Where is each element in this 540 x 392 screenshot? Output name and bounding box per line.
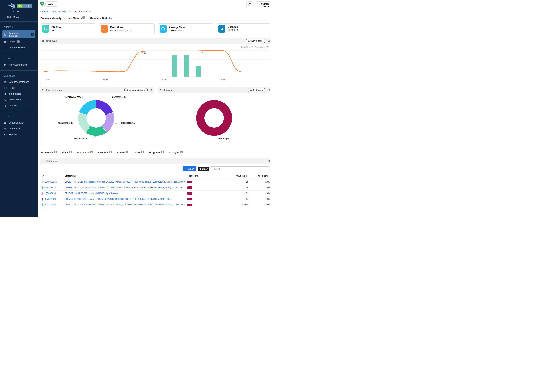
table-row[interactable]: 287474436 UPSERT INTO vehicle_location_h…: [42, 202, 270, 208]
tab-programs[interactable]: Programs2: [149, 150, 164, 155]
card-value: ⓘ 20 0: [228, 29, 238, 32]
change-annotation-1[interactable]: ⇄ 18: [142, 52, 146, 54]
column-header-statement[interactable]: Statement: [65, 175, 187, 177]
table-row[interactable]: 887898099 CREATE STATISTICS __auto__ FRO…: [42, 196, 270, 202]
plan-label: Starter: [13, 10, 36, 13]
column-header-wait-time[interactable]: Wait Time↑: [214, 175, 248, 177]
tab-database-statistics[interactable]: Database Statistics: [90, 15, 114, 21]
statements-donut[interactable]: [78, 100, 114, 136]
executions-bar[interactable]: [196, 66, 201, 77]
statement-id-link[interactable]: 887898099: [45, 198, 56, 200]
section-title: ANALYSIS: [2, 24, 36, 30]
tab-sessions[interactable]: Sessions2: [98, 150, 112, 155]
pie-chart-icon: [160, 89, 162, 91]
wait-time-value: 1s: [214, 181, 248, 183]
change-annotation-2[interactable]: ⇄ 2: [200, 51, 203, 54]
sidebar-item-database-instances-settings[interactable]: Database Instances: [2, 79, 35, 85]
statement-id-link[interactable]: 1845898166: [45, 181, 57, 183]
statement-text-link[interactable]: UPSERT INTO vehicle_location_histories V…: [65, 186, 183, 189]
app-root: DBmarlin Starter « Hide Menu ANALYSIS Da…: [0, 0, 270, 217]
table-row[interactable]: 139638413 SELECT city, id FROM vehicles …: [42, 191, 270, 196]
health-shield-icon: [40, 2, 44, 6]
sidebar-item-database-instances[interactable]: Database Instances 1: [2, 30, 35, 39]
activity-line-chart: Peak Time: 2s, Executions: 837 ⇄ 18 ⇄ 2: [42, 45, 270, 83]
export-button[interactable]: Export: [183, 166, 196, 171]
tab-database-activity[interactable]: Database Activity: [40, 15, 62, 21]
undo-icon: ↺: [200, 168, 201, 170]
time-range-button[interactable]: Custom 13th Jan: [255, 1, 270, 9]
time-spent-header: Time spent Activity Chart ▼ ⊖: [40, 38, 270, 44]
tab-clients[interactable]: Clients2: [117, 150, 129, 155]
card-value: 6,320 ↗ 2,830 (123%): [110, 29, 132, 32]
collapse-panel-icon[interactable]: ⊖: [267, 159, 270, 163]
tab-databases[interactable]: Databases1: [77, 150, 93, 155]
waits-chart-dropdown[interactable]: Waits Chart ▼: [248, 88, 265, 92]
breadcrumb: Instances › crdb › Activity › 13th Jan 1…: [38, 9, 270, 14]
statement-text-link[interactable]: SELECT city, id FROM vehicles WHERE city…: [65, 192, 118, 194]
sidebar-section-help: HELP Documentation Community Support: [0, 111, 38, 140]
sidebar-item-hosts-settings[interactable]: Hosts: [2, 85, 35, 91]
sidebar-item-hosts[interactable]: Hosts 0: [2, 39, 35, 45]
executions-bar[interactable]: [172, 55, 177, 77]
donut-label: 1845898166: 1s: [58, 122, 73, 124]
tab-waits[interactable]: Waits1: [62, 150, 72, 155]
weight-value: 20%: [248, 192, 270, 194]
statements-chart-dropdown[interactable]: Statements Chart ▼: [125, 88, 147, 92]
time-range-line1: Custom: [261, 3, 270, 5]
breadcrumb-separator-icon: ›: [67, 10, 68, 13]
tab-changes[interactable]: Changes20: [169, 150, 184, 155]
column-header-id[interactable]: #↓: [42, 175, 65, 177]
instance-selector-button[interactable]: crdb ▼: [45, 1, 58, 7]
column-header-total-time[interactable]: Total Time: [187, 175, 214, 177]
collapse-panel-icon[interactable]: ⊖: [267, 39, 270, 42]
top-bar: crdb ▼ Custom 13th Jan: [38, 0, 270, 9]
sidebar-item-integrations[interactable]: Integrations: [2, 91, 35, 96]
marlin-fish-icon: [5, 2, 17, 10]
sidebar-item-support[interactable]: Support: [2, 132, 35, 137]
activity-chart-dropdown[interactable]: Activity Chart ▼: [246, 39, 265, 43]
statement-text-link[interactable]: CREATE STATISTICS __auto__ FROM [63] WIT…: [65, 198, 171, 200]
waits-donut[interactable]: [196, 100, 232, 136]
time-range-line2: 13th Jan: [261, 5, 270, 8]
wait-time-value: 1s: [214, 192, 248, 194]
sidebar-item-community[interactable]: Community: [2, 126, 35, 131]
search-input[interactable]: [211, 166, 270, 171]
time-spent-chart: Peak Time: 2s, Executions: 837 ⇄ 18 ⇄ 2: [40, 44, 270, 84]
section-title: REPORTS: [2, 55, 36, 62]
collapse-panel-icon[interactable]: ⊖: [150, 89, 152, 92]
tab-host-metrics[interactable]: Host Metrics0: [66, 15, 85, 21]
statement-id-link[interactable]: 326238714: [45, 186, 56, 189]
wait-time-value: 1s: [214, 186, 248, 189]
statement-text-link[interactable]: UPSERT INTO vehicle_location_histories V…: [65, 203, 186, 206]
total-time-bar: [187, 192, 192, 195]
statements-table-panel: Statements ⊖ Export ↺ Clear: [40, 158, 270, 210]
statement-id-link[interactable]: 287474436: [45, 203, 56, 206]
sidebar-item-licences[interactable]: Licences: [2, 103, 35, 108]
clear-button[interactable]: ↺ Clear: [198, 167, 209, 171]
statement-id-link[interactable]: 139638413: [45, 192, 56, 194]
sidebar-item-time-comparison[interactable]: Time Comparison: [2, 62, 35, 68]
sidebar-item-event-types[interactable]: Event Types: [2, 97, 35, 102]
top-statements-donut-chart: 287474436: 999ms 887898099: 1s 184589816…: [40, 93, 154, 145]
donut-label: 887898099: 1s: [112, 96, 126, 98]
collapse-panel-icon[interactable]: ⊖: [267, 89, 270, 92]
statement-text-link[interactable]: UPSERT INTO vehicle_location_histories V…: [65, 181, 185, 183]
tab-users[interactable]: Users2: [134, 150, 144, 155]
table-row[interactable]: 1845898166 UPSERT INTO vehicle_location_…: [42, 179, 270, 185]
sidebar-item-documentation[interactable]: Documentation: [2, 120, 35, 125]
column-header-weight[interactable]: Weight %↓: [248, 175, 270, 177]
sidebar-item-change-history[interactable]: ⇄ Change History: [2, 45, 35, 50]
hide-menu-button[interactable]: « Hide Menu: [0, 13, 38, 22]
breadcrumb-crdb[interactable]: crdb: [52, 10, 56, 13]
trend-up-icon: ↗: [177, 29, 179, 31]
tab-badge: 0: [82, 16, 85, 19]
copy-link-button[interactable]: [246, 1, 253, 9]
executions-bar[interactable]: [184, 55, 189, 77]
breadcrumb-activity[interactable]: Activity: [59, 10, 66, 13]
x-tick: 15:00: [161, 78, 166, 81]
breadcrumb-instances[interactable]: Instances: [40, 10, 49, 13]
instance-name: crdb: [48, 3, 53, 5]
tab-statements[interactable]: Statements5: [40, 150, 57, 155]
db-time-line: [42, 51, 270, 72]
table-row[interactable]: 326238714 UPSERT INTO vehicle_location_h…: [42, 185, 270, 191]
